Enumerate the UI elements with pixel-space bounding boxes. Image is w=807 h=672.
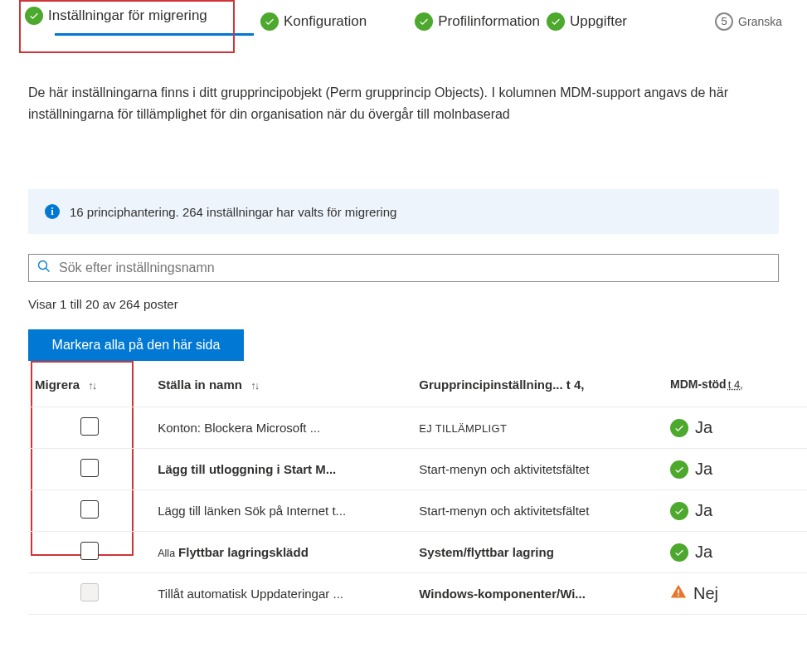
svg-point-0 xyxy=(39,261,47,270)
step-configuration[interactable]: Konfiguration xyxy=(260,12,367,31)
step-migration-settings[interactable]: Inställningar för migrering xyxy=(25,7,254,25)
mdm-support-cell: Ja xyxy=(664,490,807,532)
step-assignments[interactable]: Uppgifter xyxy=(547,12,627,31)
check-icon xyxy=(670,419,688,437)
step-label: Granska xyxy=(738,15,782,28)
mdm-support-cell: Ja xyxy=(664,449,807,490)
settings-table: Migrera ↑↓ Ställa in namn ↑↓ Grupprincip… xyxy=(28,368,807,615)
svg-rect-3 xyxy=(678,595,679,597)
check-icon xyxy=(670,460,688,479)
mdm-support-cell: Ja xyxy=(664,532,807,573)
svg-line-1 xyxy=(46,268,49,271)
step-label: Konfiguration xyxy=(284,13,367,30)
page-description: De här inställningarna finns i ditt grup… xyxy=(0,82,807,124)
check-icon xyxy=(415,12,433,31)
step-label: Uppgifter xyxy=(570,13,627,30)
sort-icon: ↑↓ xyxy=(250,379,258,392)
setting-name-cell[interactable]: Lägg till utloggning i Start M... xyxy=(151,449,412,490)
mdm-value: Ja xyxy=(695,418,712,437)
setting-name: Konton: Blockera Microsoft ... xyxy=(158,421,320,435)
check-icon xyxy=(670,502,688,520)
table-row: Lägg till länken Sök på Internet t...Sta… xyxy=(28,490,807,532)
mdm-support-cell: Nej xyxy=(664,573,807,615)
check-icon xyxy=(260,12,279,31)
check-icon xyxy=(25,7,43,25)
warning-icon xyxy=(670,583,687,604)
setting-name: Lägg till utloggning i Start M... xyxy=(158,462,336,476)
step-number-icon: 5 xyxy=(715,12,733,31)
setting-name-cell[interactable]: Tillåt automatisk Uppdateringar ... xyxy=(151,573,412,615)
name-prefix: Alla xyxy=(158,548,175,559)
migrate-checkbox[interactable] xyxy=(80,500,99,519)
col-header-migrate[interactable]: Migrera ↑↓ xyxy=(28,368,151,407)
setting-name-cell[interactable]: AllaFlyttbar lagringsklädd xyxy=(151,532,412,573)
result-count: Visar 1 till 20 av 264 poster xyxy=(28,297,779,311)
step-underline xyxy=(55,33,254,36)
wizard-steps: Inställningar för migrering Konfiguratio… xyxy=(0,0,807,36)
mdm-support-cell: Ja xyxy=(664,407,807,449)
select-all-button[interactable]: Markera alla på den här sida xyxy=(28,329,244,361)
gp-setting-cell: Start-menyn och aktivitetsfältet xyxy=(412,449,664,490)
mdm-value: Ja xyxy=(695,460,712,479)
step-label: Profilinformation xyxy=(438,13,540,30)
search-box[interactable] xyxy=(28,254,779,282)
col-header-gp[interactable]: Grupprincipinställning... t 4, xyxy=(412,368,664,407)
step-review[interactable]: 5 Granska xyxy=(715,12,782,31)
banner-text: principhantering. 264 inställningar har … xyxy=(87,205,397,219)
step-profile-info[interactable]: Profilinformation xyxy=(415,12,540,31)
migrate-checkbox[interactable] xyxy=(80,542,99,560)
search-input[interactable] xyxy=(59,261,770,275)
info-banner: i 16 principhantering. 264 inställningar… xyxy=(28,189,779,234)
gp-setting-cell: System/flyttbar lagring xyxy=(412,532,664,573)
setting-name: Lägg till länken Sök på Internet t... xyxy=(158,504,346,518)
sort-icon: ↑↓ xyxy=(88,379,95,392)
migrate-checkbox xyxy=(80,583,99,601)
table-row: Lägg till utloggning i Start M...Start-m… xyxy=(28,449,807,490)
table-row: AllaFlyttbar lagringskläddSystem/flyttba… xyxy=(28,532,807,573)
mdm-value: Ja xyxy=(695,543,712,562)
check-icon xyxy=(547,12,565,31)
svg-rect-2 xyxy=(678,590,679,594)
gp-setting-cell: Start-menyn och aktivitetsfältet xyxy=(412,490,664,532)
mdm-value: Nej xyxy=(693,584,718,603)
table-row: Konton: Blockera Microsoft ...EJ TILLÄMP… xyxy=(28,407,807,449)
banner-count: 16 xyxy=(70,205,84,219)
gp-setting-cell: Windows-komponenter/Wi... xyxy=(412,573,664,615)
gp-setting-cell: EJ TILLÄMPLIGT xyxy=(412,407,664,449)
check-icon xyxy=(670,543,688,562)
setting-name: Tillåt automatisk Uppdateringar ... xyxy=(158,587,343,601)
setting-name: Flyttbar lagringsklädd xyxy=(178,545,309,559)
search-icon xyxy=(37,260,51,276)
setting-name-cell[interactable]: Lägg till länken Sök på Internet t... xyxy=(151,490,412,532)
migrate-checkbox[interactable] xyxy=(80,459,99,477)
step-label: Inställningar för migrering xyxy=(48,7,207,24)
col-header-name[interactable]: Ställa in namn ↑↓ xyxy=(151,368,412,407)
mdm-value: Ja xyxy=(695,501,712,520)
migrate-checkbox[interactable] xyxy=(80,417,99,436)
col-header-mdm[interactable]: MDM-stödt 4, xyxy=(664,368,807,407)
setting-name-cell[interactable]: Konton: Blockera Microsoft ... xyxy=(151,407,412,449)
table-row: Tillåt automatisk Uppdateringar ...Windo… xyxy=(28,573,807,615)
info-icon: i xyxy=(45,204,60,219)
